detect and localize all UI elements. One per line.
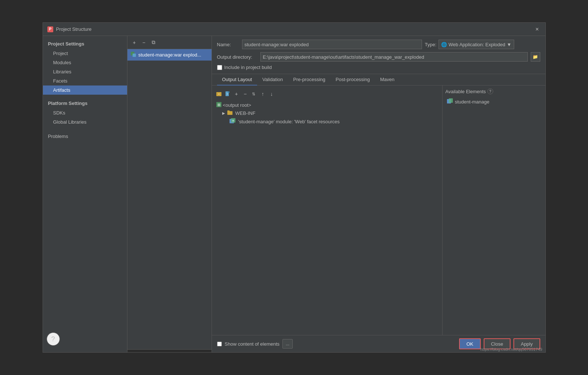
copy-artifact-button[interactable]: ⧉ <box>149 39 158 47</box>
show-content-checkbox[interactable] <box>217 342 222 346</box>
add-directory-button[interactable]: + <box>215 90 223 98</box>
tree-item-output-root[interactable]: ⊞ <output root> <box>215 101 439 109</box>
artifact-item[interactable]: student-manage:war explod... <box>127 49 212 61</box>
platform-settings-label: Platform Settings <box>43 98 127 108</box>
tab-post-processing[interactable]: Post-processing <box>331 74 375 85</box>
tree-item-module-resources[interactable]: w 'student-manage' module: 'Web' facet r… <box>215 117 439 126</box>
add-element-button[interactable]: + <box>232 90 241 98</box>
sidebar: Project Settings Project Modules Librari… <box>43 36 127 352</box>
ok-button[interactable]: OK <box>459 338 481 349</box>
available-help-icon[interactable]: ? <box>487 88 493 94</box>
svg-rect-1 <box>133 54 136 57</box>
tree-item-web-inf-label: WEB-INF <box>235 110 256 116</box>
tab-validation[interactable]: Validation <box>257 74 288 85</box>
tabs-bar: Output Layout Validation Pre-processing … <box>212 74 545 85</box>
svg-text:⇅: ⇅ <box>252 92 255 96</box>
tab-maven[interactable]: Maven <box>375 74 400 85</box>
output-directory-input[interactable] <box>260 52 528 62</box>
move-down-button[interactable]: ↓ <box>268 90 276 98</box>
browse-icon: 📁 <box>533 54 538 59</box>
available-item-student-manage[interactable]: student-manage <box>445 97 542 106</box>
artifact-scrollbar[interactable] <box>127 349 212 352</box>
name-input[interactable] <box>242 40 422 49</box>
svg-text:⊞: ⊞ <box>217 103 220 107</box>
type-icon: 🌐 <box>441 42 447 47</box>
sidebar-item-global-libraries[interactable]: Global Libraries <box>43 117 127 127</box>
artifact-war-icon <box>130 51 136 58</box>
available-item-label: student-manage <box>455 99 490 105</box>
web-inf-icon <box>227 110 232 116</box>
right-panel: Name: Type: 🌐 Web Application: Exploded … <box>212 36 545 352</box>
tab-output-layout[interactable]: Output Layout <box>217 74 257 85</box>
close-dialog-button[interactable]: × <box>534 26 541 33</box>
tree-item-web-inf[interactable]: ▶ WEB-INF <box>215 109 439 117</box>
ellipsis-button[interactable]: ... <box>282 339 293 349</box>
available-elements-panel: Available Elements ? student-manage <box>443 85 545 335</box>
include-project-build-label[interactable]: Include in project build <box>224 65 272 70</box>
sidebar-item-modules[interactable]: Modules <box>43 58 127 67</box>
artifact-toolbar: + − ⧉ <box>127 36 212 49</box>
bottom-left: Show content of elements ... <box>217 339 293 349</box>
tree-item-output-root-label: <output root> <box>223 102 251 108</box>
artifact-list: student-manage:war explod... <box>127 49 212 349</box>
add-file-button[interactable]: ≡ <box>224 90 232 98</box>
sidebar-item-sdks[interactable]: SDKs <box>43 108 127 117</box>
available-item-module-icon <box>447 98 453 105</box>
output-root-icon: ⊞ <box>216 102 221 108</box>
remove-element-button[interactable]: − <box>241 90 249 98</box>
artifact-item-label: student-manage:war explod... <box>138 52 201 58</box>
watermark: https://blog.csdn.net/qq567851749 <box>480 347 542 352</box>
artifact-panel: + − ⧉ student-manage:war explod... <box>127 36 212 352</box>
output-directory-row: Output directory: 📁 <box>217 52 540 62</box>
module-resources-icon: w <box>230 118 235 125</box>
type-value: Web Application: Exploded <box>448 42 505 47</box>
main-content: Project Settings Project Modules Librari… <box>43 36 545 352</box>
sidebar-item-project[interactable]: Project <box>43 49 127 58</box>
dialog-title: Project Structure <box>56 26 92 32</box>
name-field-row: Name: Type: 🌐 Web Application: Exploded … <box>217 40 540 49</box>
tab-pre-processing[interactable]: Pre-processing <box>288 74 330 85</box>
remove-artifact-button[interactable]: − <box>140 39 148 47</box>
browse-button[interactable]: 📁 <box>531 52 540 62</box>
title-bar: P Project Structure × <box>43 23 545 36</box>
sidebar-item-facets[interactable]: Facets <box>43 76 127 85</box>
project-structure-dialog: P Project Structure × Project Settings P… <box>43 22 546 353</box>
tree-item-module-resources-label: 'student-manage' module: 'Web' facet res… <box>238 119 340 124</box>
sort-button[interactable]: ⇅ <box>250 90 258 98</box>
add-artifact-button[interactable]: + <box>130 39 138 47</box>
type-label: Type: <box>425 42 437 47</box>
help-button[interactable]: ? <box>47 332 60 346</box>
svg-rect-11 <box>227 110 230 112</box>
include-project-build-checkbox[interactable] <box>217 65 222 70</box>
show-content-label[interactable]: Show content of elements <box>225 341 280 347</box>
project-settings-label: Project Settings <box>43 39 127 49</box>
layout-tree: + ≡ + − <box>212 85 443 335</box>
type-select-group: Type: 🌐 Web Application: Exploded ▼ <box>425 40 514 49</box>
type-dropdown[interactable]: 🌐 Web Application: Exploded ▼ <box>439 40 514 49</box>
svg-rect-16 <box>449 98 453 103</box>
web-inf-chevron-icon: ▶ <box>222 111 225 115</box>
config-header: Name: Type: 🌐 Web Application: Exploded … <box>212 36 545 74</box>
svg-text:≡: ≡ <box>227 93 228 95</box>
svg-rect-5 <box>228 91 230 93</box>
title-bar-left: P Project Structure <box>47 26 92 32</box>
sidebar-item-problems[interactable]: Problems <box>43 132 127 141</box>
type-dropdown-arrow-icon: ▼ <box>507 42 512 47</box>
svg-text:w: w <box>232 119 234 122</box>
include-project-build-row: Include in project build <box>217 65 540 70</box>
app-icon: P <box>47 26 53 32</box>
output-directory-label: Output directory: <box>217 54 257 60</box>
sidebar-item-libraries[interactable]: Libraries <box>43 67 127 76</box>
move-up-button[interactable]: ↑ <box>259 90 267 98</box>
svg-text:+: + <box>218 92 220 96</box>
sidebar-item-artifacts[interactable]: Artifacts <box>43 85 127 95</box>
available-elements-title: Available Elements ? <box>445 88 542 94</box>
name-label: Name: <box>217 42 239 47</box>
output-layout-content: + ≡ + − <box>212 85 545 335</box>
layout-toolbar: + ≡ + − <box>215 88 439 99</box>
